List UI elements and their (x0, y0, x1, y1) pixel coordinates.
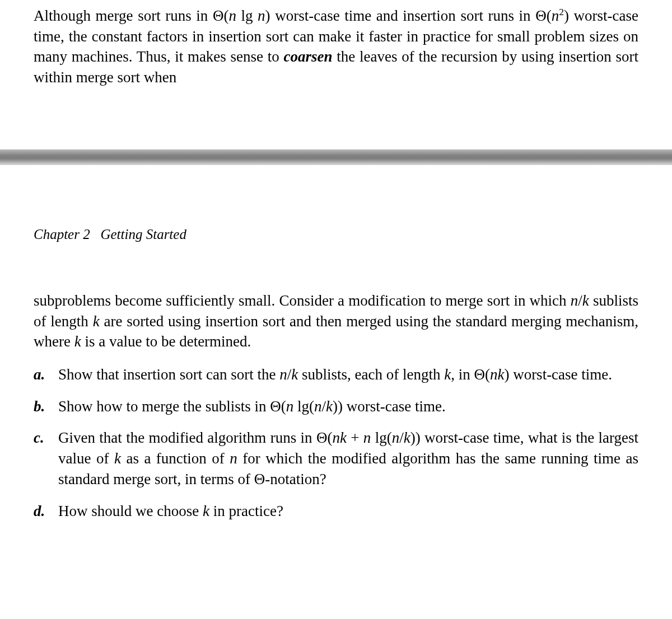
math-n: n (392, 429, 400, 446)
math-k: k (74, 333, 81, 350)
page-bottom-fragment: Chapter 2 Getting Started subproblems be… (0, 165, 672, 538)
list-item-b: b. Show how to merge the sublists in Θ(n… (34, 396, 638, 417)
chapter-title: Getting Started (100, 227, 186, 242)
item-body: How should we choose k in practice? (58, 501, 638, 522)
math-k: k (93, 313, 100, 330)
math-nk: nk (490, 366, 504, 383)
text: as a function of (121, 450, 230, 467)
intro-paragraph: Although merge sort runs in Θ(n lg n) wo… (34, 6, 638, 88)
item-label: b. (34, 396, 58, 417)
text: + (347, 429, 363, 446)
math-k: k (203, 503, 209, 519)
math-n: n (314, 398, 322, 415)
text: How should we choose (58, 503, 203, 519)
page-top-fragment: Although merge sort runs in Θ(n lg n) wo… (0, 0, 672, 149)
item-body: Show how to merge the sublists in Θ(n lg… (58, 396, 638, 417)
emph-coarsen: coarsen (284, 48, 333, 65)
math-k: k (326, 398, 333, 415)
math-k: k (114, 450, 121, 467)
text: Given that the modified algorithm runs i… (58, 429, 332, 446)
math-n: n (230, 450, 237, 467)
text: in practice? (209, 503, 283, 519)
text: / (578, 292, 582, 309)
text: )) worst-case time. (333, 398, 446, 415)
text: / (399, 429, 404, 446)
math-n: n (228, 7, 236, 24)
item-body: Given that the modified algorithm runs i… (58, 428, 638, 489)
text: Although merge sort runs in Θ( (34, 7, 228, 24)
text: sublists, each of length (298, 366, 444, 383)
text: , in Θ( (451, 366, 490, 383)
text: subproblems become sufficiently small. C… (34, 292, 571, 309)
text: Show that insertion sort can sort the (58, 366, 279, 383)
page-break-bar (0, 149, 672, 165)
chapter-header: Chapter 2 Getting Started (34, 227, 638, 242)
continuation-paragraph: subproblems become sufficiently small. C… (34, 290, 638, 352)
item-body: Show that insertion sort can sort the n/… (58, 364, 638, 385)
item-label: c. (34, 428, 58, 448)
item-label: a. (34, 364, 58, 385)
math-k: k (444, 366, 451, 383)
math-k: k (582, 292, 589, 309)
problem-list: a. Show that insertion sort can sort the… (34, 364, 638, 521)
list-item-a: a. Show that insertion sort can sort the… (34, 364, 638, 385)
text: is a value to be determined. (81, 333, 251, 350)
text: lg (236, 7, 258, 24)
math-k: k (291, 366, 298, 383)
math-n: n (258, 7, 265, 24)
text: lg( (293, 398, 314, 415)
text: ) worst-case time. (504, 366, 612, 383)
text: lg( (371, 429, 391, 446)
math-n: n (279, 366, 287, 383)
math-n: n (571, 292, 578, 309)
math-k: k (404, 429, 410, 446)
math-n: n (286, 398, 294, 415)
list-item-d: d. How should we choose k in practice? (34, 501, 638, 522)
text: Show how to merge the sublists in Θ( (58, 398, 286, 415)
math-nk: nk (332, 429, 346, 446)
math-exp-2: 2 (559, 6, 564, 17)
document-page: Although merge sort runs in Θ(n lg n) wo… (0, 0, 672, 538)
text: / (322, 398, 326, 415)
math-n: n (363, 429, 371, 446)
item-label: d. (34, 501, 58, 522)
chapter-number: Chapter 2 (34, 227, 90, 242)
list-item-c: c. Given that the modified algorithm run… (34, 428, 638, 489)
math-n: n (552, 7, 559, 24)
text: ) worst-case time and insertion sort run… (265, 7, 552, 24)
